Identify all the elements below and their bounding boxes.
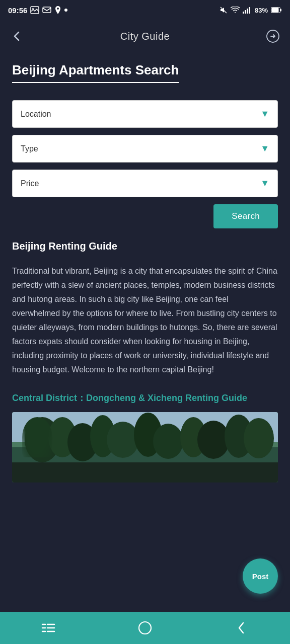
svg-point-22 <box>153 424 183 459</box>
svg-rect-6 <box>245 10 246 14</box>
top-nav: City Guide <box>0 20 290 52</box>
svg-rect-27 <box>12 462 278 482</box>
location-dropdown[interactable]: Location ▼ <box>12 100 278 128</box>
svg-point-34 <box>139 622 151 634</box>
price-label: Price <box>21 179 39 188</box>
search-button[interactable]: Search <box>213 204 278 228</box>
guide-body-text: Traditional but vibrant, Beijing is a ci… <box>12 264 278 377</box>
district-title-highlight: Dongcheng & Xicheng Renting Guide <box>86 393 247 403</box>
location-label: Location <box>21 110 51 119</box>
menu-icon <box>41 622 55 633</box>
message-icon <box>42 6 51 14</box>
back-nav-icon <box>236 621 247 635</box>
location-arrow-icon: ▼ <box>260 109 269 119</box>
search-btn-row: Search <box>12 204 278 228</box>
guide-title: Beijing Renting Guide <box>12 240 278 252</box>
signal-icon <box>243 7 252 14</box>
svg-rect-7 <box>247 9 248 14</box>
main-content: Beijing Apartments Search Location ▼ Typ… <box>0 52 290 523</box>
share-button[interactable] <box>264 27 282 45</box>
search-section: Location ▼ Type ▼ Price ▼ Search <box>12 100 278 228</box>
nav-home-button[interactable] <box>130 617 160 639</box>
gallery-icon <box>30 6 39 14</box>
district-image <box>12 412 278 482</box>
type-label: Type <box>21 144 38 153</box>
status-left: 09:56 <box>8 6 67 15</box>
nav-menu-button[interactable] <box>33 617 63 639</box>
status-time: 09:56 <box>8 6 27 15</box>
page-title: Beijing Apartments Search <box>12 62 179 83</box>
type-arrow-icon: ▼ <box>260 143 269 154</box>
district-title-prefix: Central District： <box>12 393 86 403</box>
location-icon-status <box>54 6 61 15</box>
svg-point-20 <box>107 422 139 458</box>
svg-point-3 <box>57 8 59 10</box>
guide-section: Beijing Renting Guide Traditional but vi… <box>12 240 278 482</box>
post-fab-button[interactable]: Post <box>243 558 278 594</box>
district-image-svg <box>12 412 278 482</box>
mute-icon <box>220 6 228 14</box>
district-section: Central District：Dongcheng & Xicheng Ren… <box>12 392 278 482</box>
nav-back-button[interactable] <box>227 617 257 639</box>
bottom-nav <box>0 612 290 644</box>
home-icon <box>138 621 152 635</box>
battery-icon <box>271 7 282 13</box>
svg-rect-2 <box>43 7 51 13</box>
svg-rect-10 <box>280 9 281 12</box>
status-icons-right: 83% <box>220 6 282 14</box>
price-dropdown[interactable]: Price ▼ <box>12 170 278 197</box>
price-arrow-icon: ▼ <box>260 178 269 189</box>
svg-rect-8 <box>249 7 250 14</box>
district-title: Central District：Dongcheng & Xicheng Ren… <box>12 392 278 404</box>
svg-rect-5 <box>243 12 244 14</box>
wifi-icon <box>231 7 240 14</box>
type-dropdown[interactable]: Type ▼ <box>12 135 278 163</box>
notification-dot <box>64 9 67 12</box>
battery-text: 83% <box>255 7 268 14</box>
svg-rect-11 <box>272 8 279 13</box>
svg-point-26 <box>244 418 274 458</box>
nav-title: City Guide <box>120 31 170 42</box>
back-button[interactable] <box>8 27 26 45</box>
status-bar: 09:56 <box>0 0 290 20</box>
